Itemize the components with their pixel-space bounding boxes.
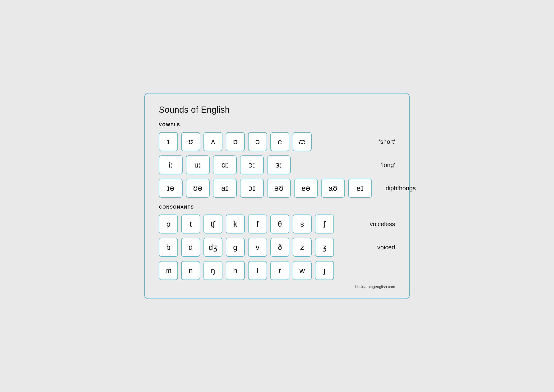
page-title: Sounds of English — [159, 105, 395, 115]
symbol-box-e: e — [270, 132, 289, 151]
symbol-box-z: z — [293, 238, 312, 257]
symbol-box-eth: ð — [270, 238, 289, 257]
symbol-box-t: t — [181, 215, 200, 233]
other-consonants-row: m n ŋ h l r w j — [159, 261, 395, 280]
symbol-box-oo: ɔː — [240, 155, 264, 175]
symbol-box-ou: əʊ — [267, 179, 291, 198]
symbol-box-ng: ŋ — [203, 261, 222, 280]
symbol-box-uu: uː — [186, 155, 210, 175]
symbol-box-sh: ʃ — [315, 215, 334, 233]
symbol-box-ii: iː — [159, 155, 183, 175]
voiced-row: b d dʒ g v ð z ʒ voiced — [159, 238, 395, 257]
symbol-box-r: r — [270, 261, 289, 280]
symbol-box-v: v — [248, 238, 267, 257]
symbol-box-au: aʊ — [321, 179, 345, 198]
voiceless-label: voiceless — [370, 220, 395, 228]
symbol-box-ae: æ — [293, 132, 312, 151]
symbol-box-ei: eɪ — [348, 179, 372, 198]
symbol-box-m: m — [159, 261, 178, 280]
symbol-box-ea: eə — [294, 179, 318, 198]
symbol-box-w: w — [293, 261, 312, 280]
symbol-box-ia: ɪə — [159, 179, 183, 198]
symbol-box-d: d — [181, 238, 200, 257]
vowels-label: VOWELS — [159, 122, 395, 127]
long-label: 'long' — [381, 161, 395, 169]
symbol-box-upsilon: ʊ — [181, 132, 200, 151]
symbol-box-n: n — [181, 261, 200, 280]
symbol-box-ai: aɪ — [213, 179, 237, 198]
symbol-box-j: j — [315, 261, 334, 280]
symbol-box-zh: ʒ — [315, 238, 334, 257]
long-vowels-row: iː uː ɑː ɔː ɜː 'long' — [159, 155, 395, 175]
symbol-box-p: p — [159, 215, 178, 233]
symbol-box-f: f — [248, 215, 267, 233]
symbol-box-l: l — [248, 261, 267, 280]
consonants-label: CONSONANTS — [159, 205, 395, 210]
voiced-label: voiced — [377, 244, 395, 251]
symbol-box-oi: ɔɪ — [240, 179, 264, 198]
symbol-box-theta: θ — [270, 215, 289, 233]
symbol-box-aa: ɑː — [213, 155, 237, 175]
symbol-box-s: s — [293, 215, 312, 233]
footer-text: bbclearningenglish.com — [159, 285, 395, 289]
voiceless-row: p t tʃ k f θ s ʃ voiceless — [159, 215, 395, 233]
symbol-box-dzh: dʒ — [203, 238, 222, 257]
symbol-box-wedge: ʌ — [203, 132, 222, 151]
symbol-box-g: g — [226, 238, 245, 257]
symbol-box-k: k — [226, 215, 245, 233]
symbol-box-ua: ʊə — [186, 179, 210, 198]
short-label: 'short' — [379, 138, 395, 146]
consonants-section: CONSONANTS p t tʃ k f θ s ʃ voiceless b … — [159, 205, 395, 280]
symbol-box-schwa: ə — [248, 132, 267, 151]
symbol-box-open-o: ɒ — [226, 132, 245, 151]
symbol-box-b: b — [159, 238, 178, 257]
symbol-box-h: h — [226, 261, 245, 280]
diphthong-row: ɪə ʊə aɪ ɔɪ əʊ eə aʊ eɪ diphthongs — [159, 179, 395, 198]
symbol-box-tsh: tʃ — [203, 215, 222, 233]
main-card: Sounds of English VOWELS ɪ ʊ ʌ ɒ ə e æ '… — [144, 93, 410, 299]
symbol-box-ee: ɜː — [267, 155, 291, 175]
symbol-box-i: ɪ — [159, 132, 178, 151]
diphthongs-label: diphthongs — [386, 185, 416, 192]
short-vowels-row: ɪ ʊ ʌ ɒ ə e æ 'short' — [159, 132, 395, 151]
